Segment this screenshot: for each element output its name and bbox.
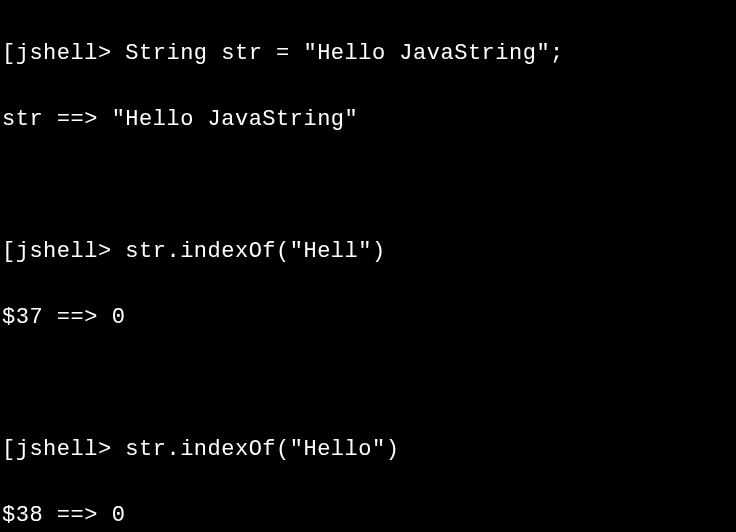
command-text: str.indexOf("Hell"): [125, 239, 385, 264]
result-value: "Hello JavaString": [112, 107, 359, 132]
result-line: $38 ==> 0: [2, 499, 734, 532]
result-line: str ==> "Hello JavaString": [2, 103, 734, 136]
blank-line: [2, 367, 734, 400]
result-var: str: [2, 107, 43, 132]
result-value: 0: [112, 305, 126, 330]
arrow: ==>: [57, 305, 98, 330]
input-line: [jshell> str.indexOf("Hello"): [2, 433, 734, 466]
input-line: [jshell> String str = "Hello JavaString"…: [2, 37, 734, 70]
result-var: $38: [2, 503, 43, 528]
input-line: [jshell> str.indexOf("Hell"): [2, 235, 734, 268]
command-text: str.indexOf("Hello"): [125, 437, 399, 462]
result-var: $37: [2, 305, 43, 330]
result-line: $37 ==> 0: [2, 301, 734, 334]
prompt: jshell>: [16, 239, 112, 264]
command-text: String str = "Hello JavaString";: [125, 41, 563, 66]
arrow: ==>: [57, 107, 98, 132]
prompt: jshell>: [16, 41, 112, 66]
result-value: 0: [112, 503, 126, 528]
terminal-output: [jshell> String str = "Hello JavaString"…: [2, 4, 734, 532]
prompt: jshell>: [16, 437, 112, 462]
arrow: ==>: [57, 503, 98, 528]
blank-line: [2, 169, 734, 202]
